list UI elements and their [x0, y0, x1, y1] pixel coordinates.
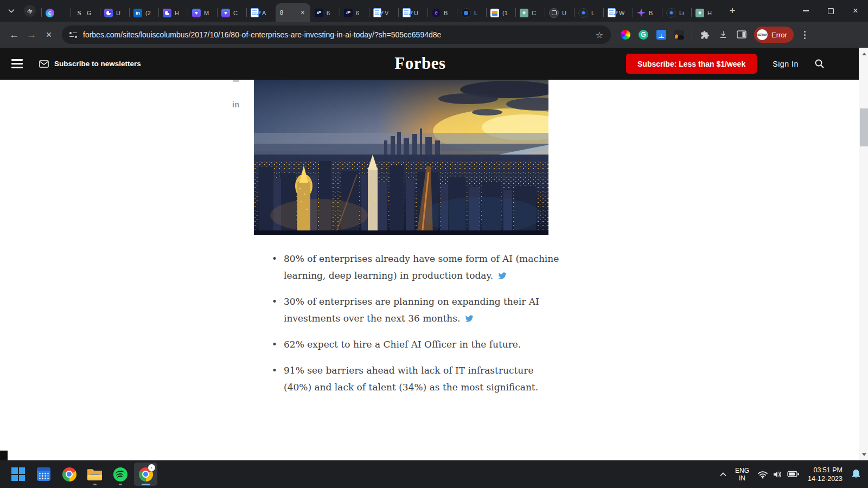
forward-button[interactable]: → [23, 26, 40, 43]
stop-loading-button[interactable]: × [40, 26, 58, 43]
bookmark-star-icon[interactable]: ☆ [596, 30, 603, 40]
scroll-up-button[interactable] [859, 50, 868, 57]
scrollbar-thumb[interactable] [860, 108, 868, 146]
notification-bell-icon[interactable] [851, 468, 861, 480]
tabs-container: CSGUin(2H♥M♥CA8×iP6iP6VUeBL(1*CULWBLi*H [41, 0, 720, 22]
dark-cat-extension-icon[interactable] [674, 30, 684, 40]
tab-title: M [204, 10, 209, 16]
tab-title: B [444, 10, 448, 16]
forbes-logo[interactable]: Forbes [394, 54, 445, 73]
download-blue-extension-icon[interactable]: ↓ [656, 30, 666, 40]
tab-title: 8 [280, 9, 283, 16]
tab[interactable]: *H [691, 4, 720, 22]
taskbar-spotify-button[interactable] [108, 463, 132, 486]
vertical-scrollbar[interactable] [859, 48, 868, 460]
hidden-icons-chevron[interactable] [719, 472, 727, 477]
bullet-text: 91% see barriers ahead with lack of IT i… [284, 365, 538, 393]
tab[interactable]: L [457, 4, 486, 22]
chrome-icon [62, 467, 76, 481]
tab[interactable]: U [398, 4, 427, 22]
profile-avatar[interactable]: dp [24, 5, 36, 17]
circle-c-favicon: C [46, 9, 54, 17]
maximize-icon [828, 8, 834, 14]
twitter-share-icon[interactable] [464, 314, 474, 323]
taskbar-calendar-button[interactable] [32, 463, 55, 486]
tab[interactable]: U [100, 4, 129, 22]
tab[interactable]: *C [515, 4, 545, 22]
scroll-down-button[interactable] [859, 451, 868, 458]
minimize-button[interactable] [793, 0, 818, 22]
tab-search-button[interactable] [4, 4, 18, 18]
maximize-button[interactable] [818, 0, 843, 22]
tab-title: A [262, 10, 266, 16]
extension-error-badge[interactable]: SCRNVA Error [754, 27, 794, 43]
address-bar[interactable]: forbes.com/sites/louiscolumbus/2017/10/1… [62, 25, 611, 44]
tab[interactable]: eB [427, 4, 457, 22]
tab-title: (1 [502, 10, 508, 16]
heart-badge-favicon: ♥ [221, 9, 230, 17]
puzzle-extensions-icon[interactable] [699, 29, 711, 41]
tab-active[interactable]: 8× [276, 3, 310, 22]
taskbar-file-explorer-button[interactable] [83, 463, 106, 486]
close-window-button[interactable]: × [843, 0, 868, 22]
tab[interactable]: H [158, 4, 188, 22]
pin-badge-favicon [163, 9, 171, 17]
search-icon[interactable] [814, 59, 825, 69]
tab[interactable]: iP6 [310, 4, 340, 22]
tab-close-button[interactable]: × [299, 9, 306, 16]
url-text[interactable]: forbes.com/sites/louiscolumbus/2017/10/1… [83, 30, 590, 39]
hamburger-menu-icon[interactable] [11, 59, 23, 68]
tab[interactable]: in(2 [129, 4, 158, 22]
tab[interactable]: Li [662, 4, 691, 22]
clock[interactable]: 03:51 PM 14-12-2023 [808, 466, 843, 483]
tab[interactable]: (1 [486, 4, 515, 22]
tab[interactable]: W [603, 4, 633, 22]
linkedin-share-icon[interactable]: in [232, 100, 239, 109]
tab[interactable]: V [369, 4, 398, 22]
article-bullet: 62% expect to hire a Chief AI Officer in… [270, 336, 563, 353]
newsletter-label: Subscribe to newsletters [54, 60, 141, 68]
tab[interactable]: ♥M [188, 4, 217, 22]
pinwheel-extension-icon[interactable] [621, 30, 630, 40]
tab[interactable]: L [574, 4, 603, 22]
bullet-text: 30% of enterprises are planning on expan… [284, 296, 539, 324]
taskbar-start-button[interactable] [7, 463, 30, 486]
sign-in-link[interactable]: Sign In [773, 60, 799, 68]
tab[interactable]: A [246, 4, 276, 22]
tab-title: (2 [145, 10, 151, 16]
forbes-header: Subscribe to newsletters Forbes Subscrib… [0, 48, 859, 80]
language-indicator[interactable]: ENG IN [735, 467, 749, 482]
tab[interactable]: C [41, 4, 71, 22]
browser-tab-strip: dp CSGUin(2H♥M♥CA8×iP6iP6VUeBL(1*CULWBLi… [0, 0, 868, 22]
gray-circle-favicon [549, 8, 559, 18]
taskbar-chrome-active-button[interactable]: ● [134, 463, 157, 486]
downloads-icon[interactable] [717, 29, 729, 41]
browser-menu-button[interactable] [800, 31, 810, 39]
battery-icon[interactable] [787, 470, 800, 478]
tab-title: U [562, 10, 566, 16]
running-indicator [93, 484, 97, 485]
back-button[interactable]: ← [5, 26, 23, 43]
wifi-icon[interactable] [757, 470, 768, 479]
tab[interactable]: U [545, 4, 574, 22]
grammarly-extension-icon[interactable]: G [639, 30, 648, 40]
side-panel-icon[interactable] [736, 29, 748, 41]
new-tab-button[interactable]: + [725, 3, 740, 18]
twitter-share-icon[interactable] [497, 272, 507, 280]
subscribe-newsletters-link[interactable]: Subscribe to newsletters [39, 60, 141, 68]
subscribe-button[interactable]: Subscribe: Less than $1/week [626, 54, 757, 74]
volume-icon[interactable] [773, 470, 783, 479]
browser-toolbar: ← → × forbes.com/sites/louiscolumbus/201… [0, 22, 868, 48]
tab[interactable]: iP6 [340, 4, 369, 22]
openai-favicon: * [695, 9, 704, 17]
tab[interactable]: SG [71, 4, 100, 22]
taskbar-chrome-button[interactable] [58, 463, 81, 486]
tab[interactable]: B [633, 4, 662, 22]
chrome-profile-badge: ● [148, 464, 155, 471]
tab-title: U [414, 10, 418, 16]
taskbar-apps: ● [7, 463, 157, 486]
tab-title: 6 [327, 10, 330, 16]
site-settings-icon[interactable] [69, 32, 77, 38]
tab-title: 6 [356, 10, 359, 16]
tab[interactable]: ♥C [217, 4, 246, 22]
